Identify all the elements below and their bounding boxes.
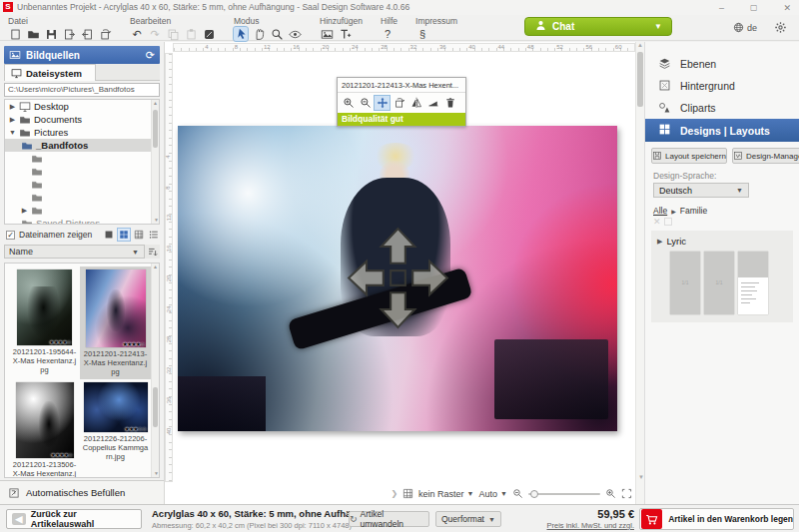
copy-icon[interactable]	[166, 27, 180, 41]
flip-icon[interactable]	[408, 96, 423, 110]
cursor-icon[interactable]	[234, 27, 248, 41]
show-filenames-checkbox[interactable]: ✓	[6, 231, 15, 240]
zoom-out-icon[interactable]	[512, 488, 523, 499]
redo-icon[interactable]: ↷	[148, 27, 162, 41]
sort-direction-icon[interactable]	[144, 245, 160, 259]
view-grid-small-icon[interactable]	[133, 229, 145, 241]
canvas-scrollbar[interactable]: ▲▼	[635, 42, 644, 504]
layout-thumbnail[interactable]: 1/1	[704, 252, 734, 314]
orientation-dropdown[interactable]: Querformat ▼	[435, 511, 501, 527]
file-thumbnail[interactable]: ★★★★☆ 20121201-195644-X-Mas Hexentanz.jp…	[9, 266, 80, 379]
fit-to-screen-icon[interactable]	[621, 488, 632, 499]
add-text-icon[interactable]	[338, 27, 352, 41]
globe-icon	[733, 22, 744, 33]
price-note-link[interactable]: Preis inkl. MwSt. und zzgl. Versandkoste…	[504, 521, 634, 532]
expand-arrow-icon[interactable]: ▶	[21, 207, 28, 215]
layout-thumbnail[interactable]	[738, 252, 768, 314]
fill-icon[interactable]	[202, 27, 216, 41]
delete-icon[interactable]	[442, 96, 457, 110]
tree-item-pictures[interactable]: ▼ Pictures	[5, 126, 159, 139]
layout-category-header[interactable]: ▶ Lyric	[657, 236, 787, 247]
view-grid-medium-icon[interactable]	[118, 229, 130, 241]
tree-subfolder[interactable]	[5, 178, 159, 191]
tab-ebenen[interactable]: Ebenen	[645, 53, 799, 75]
open-folder-icon[interactable]	[26, 27, 40, 41]
page-import-icon[interactable]	[80, 27, 94, 41]
tree-item-bandfotos[interactable]: _Bandfotos	[5, 139, 159, 152]
close-button[interactable]: ✕	[783, 3, 791, 13]
sort-dropdown[interactable]: Name ▼	[4, 245, 160, 259]
tree-item-desktop[interactable]: ▶ Desktop	[5, 100, 159, 113]
file-thumbnail-selected[interactable]: ✓ ★★★★☆ 20121201-212413-X-Mas Hexentanz.…	[80, 266, 151, 379]
design-language-dropdown[interactable]: Deutsch ▼	[653, 183, 749, 198]
zoom-icon[interactable]	[270, 27, 284, 41]
collapse-controls-icon[interactable]: ❯	[391, 489, 398, 498]
view-list-icon[interactable]	[148, 229, 160, 241]
add-image-icon[interactable]	[320, 27, 334, 41]
zoom-slider-knob[interactable]	[530, 490, 538, 498]
paste-icon[interactable]	[184, 27, 198, 41]
page-export-icon[interactable]	[62, 27, 76, 41]
preview-eye-icon[interactable]	[288, 27, 302, 41]
tree-subfolder[interactable]	[5, 152, 159, 165]
maximize-button[interactable]: ▢	[750, 3, 758, 12]
rotate-icon[interactable]	[392, 96, 406, 110]
tree-subfolder[interactable]: ▶	[5, 204, 159, 217]
zoom-in-icon[interactable]	[605, 488, 616, 499]
tree-item-documents[interactable]: ▶ Documents	[5, 113, 159, 126]
tab-hintergrund[interactable]: Hintergrund	[645, 75, 799, 97]
design-manager-button[interactable]: Design-Manager	[732, 148, 799, 164]
thumbnails-scrollbar[interactable]: ▲▼	[151, 264, 159, 477]
bottom-bar: ◀ Zurück zur Artikelauswahl Acrylglas 40…	[0, 504, 799, 532]
expand-arrow-icon[interactable]: ▶	[9, 103, 16, 111]
breadcrumb-all-link[interactable]: Alle	[653, 206, 667, 216]
project-export-icon[interactable]	[98, 27, 112, 41]
convert-article-button[interactable]: ↻ Artikel umwandeln	[349, 511, 429, 527]
minimize-button[interactable]: –	[719, 3, 724, 13]
move-tool-icon[interactable]	[375, 96, 390, 110]
help-icon[interactable]: ?	[381, 27, 395, 41]
shear-icon[interactable]	[425, 96, 440, 110]
expand-arrow-icon[interactable]: ▶	[9, 116, 16, 124]
tree-subfolder[interactable]	[5, 191, 159, 204]
back-to-article-selection-button[interactable]: ◀ Zurück zur Artikelauswahl	[6, 509, 142, 529]
save-layout-icon	[652, 151, 662, 161]
view-single-icon[interactable]	[103, 229, 115, 241]
refresh-icon[interactable]: ⟳	[146, 49, 155, 62]
hand-icon[interactable]	[252, 27, 266, 41]
zoom-dropdown[interactable]: Auto ▼	[479, 489, 507, 499]
file-thumbnail[interactable]: ★★★☆☆ 20121226-212206-Coppelius Kammgarn…	[80, 379, 151, 464]
add-to-cart-button[interactable]: Artikel in den Warenkorb legen	[639, 508, 794, 530]
chat-button[interactable]: Chat ▼	[524, 17, 672, 36]
autofill-button[interactable]: Automatisches Befüllen	[0, 480, 164, 504]
move-crosshair-icon[interactable]	[346, 226, 450, 330]
imprint-icon[interactable]: §	[415, 27, 429, 41]
zoom-in-icon[interactable]	[341, 96, 356, 110]
grid-dropdown[interactable]: kein Raster ▼	[418, 489, 473, 499]
zoom-out-icon[interactable]	[358, 96, 373, 110]
menu-group-modus: Modus	[234, 16, 302, 41]
tree-item-saved-pictures[interactable]: Saved Pictures	[5, 217, 159, 225]
undo-icon[interactable]: ↶	[130, 27, 144, 41]
save-icon[interactable]	[44, 27, 58, 41]
collapse-arrow-icon[interactable]: ▼	[9, 129, 16, 136]
tree-scrollbar[interactable]: ▲▼	[151, 100, 159, 224]
language-switcher[interactable]: de	[733, 22, 757, 33]
folder-tree: ▶ Desktop ▶ Documents ▼ Pictures _Bandfo…	[4, 99, 160, 225]
settings-gear-icon[interactable]	[774, 21, 787, 36]
tab-designs-layouts[interactable]: Designs | Layouts	[645, 119, 799, 142]
save-layout-button[interactable]: Layout speichern	[651, 148, 727, 164]
tab-cliparts[interactable]: Cliparts	[645, 97, 799, 119]
file-thumbnail[interactable]: ★★★★☆ 20121201-213506-X-Mas Hexentanz.jp…	[9, 379, 80, 478]
layout-thumbnail[interactable]: 1/1	[670, 252, 700, 314]
folder-icon	[19, 127, 31, 139]
zoom-slider[interactable]	[528, 493, 600, 495]
clear-layout-row[interactable]: ✕	[653, 217, 799, 227]
tree-subfolder[interactable]	[5, 165, 159, 178]
new-document-icon[interactable]	[8, 27, 22, 41]
path-input[interactable]: C:\Users\micro\Pictures\_Bandfotos	[4, 83, 160, 97]
tab-dateisystem[interactable]: Dateisystem	[4, 64, 96, 81]
product-photo[interactable]	[178, 126, 617, 431]
image-floating-toolbar: 20121201-212413-X-Mas Hexent... Bildqual…	[337, 77, 466, 127]
clipart-icon	[657, 101, 671, 116]
